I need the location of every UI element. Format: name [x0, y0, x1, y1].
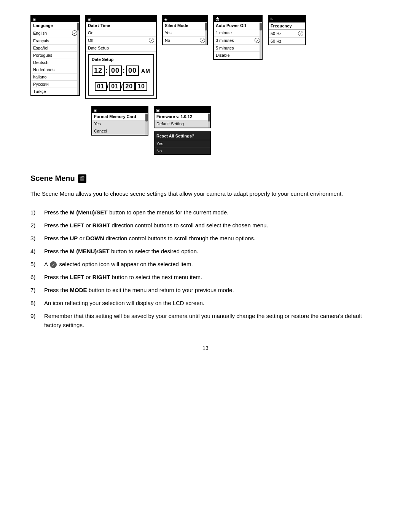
autopower-scrollbar-thumb [260, 23, 262, 30]
date-setup-panel: Date Setup 12 : 00 : 00 AM 01 / 01 / 20 … [88, 54, 154, 96]
screenshots-row-2: ▣ Format Memory Card Yes Cancel ▣ Firmwa… [91, 106, 381, 155]
scene-title: Scene Menu 🎬 [30, 174, 381, 183]
format-menu: ▣ Format Memory Card Yes Cancel [91, 106, 148, 136]
language-item-russian: Русский [31, 81, 79, 88]
scene-step-2: 2) Press the LEFT or RIGHT direction con… [30, 221, 381, 230]
date-d3: 20 [123, 82, 135, 91]
datetime-item-off: Off ✓ [86, 37, 156, 45]
frequency-title: Frequency [269, 22, 305, 30]
date-setup-title: Date Setup [92, 57, 150, 62]
scene-steps-list: 1) Press the M (Menu)/SET button to open… [30, 208, 381, 330]
silent-check-no: ✓ [200, 38, 205, 43]
language-item-deutsch: Deutsch [31, 59, 79, 66]
step-text-7: Press the MODE button to exit the menu a… [44, 286, 381, 295]
step-text-1: Press the M (Menu)/SET button to open th… [44, 208, 381, 217]
language-item-nederlands: Nederlands [31, 66, 79, 73]
step-text-8: An icon reflecting your selection will d… [44, 299, 381, 308]
checkmark-icon: ✓ [50, 261, 57, 268]
language-check-english: ✓ [72, 30, 77, 36]
reset-title: Reset All Settings? [155, 132, 210, 140]
reset-item-no: No [155, 147, 210, 154]
firmware-column: ▣ Firmware v. 1.0.12 Default Setting Res… [154, 106, 211, 155]
step-text-5: A ✓ selected option icon will appear on … [44, 260, 381, 269]
datetime-item-on: On [86, 29, 156, 37]
step-text-6: Press the LEFT or RIGHT button to select… [44, 273, 381, 282]
firmware-item-default: Default Setting [155, 120, 210, 128]
scene-title-text: Scene Menu [30, 174, 75, 183]
firmware-icon-bar: ▣ [155, 107, 210, 113]
datetime-icon: ▣ [88, 17, 91, 21]
format-item-cancel: Cancel [92, 128, 148, 135]
datetime-item-datesetup: Date Setup [86, 45, 156, 52]
date-d1: 01 [95, 82, 107, 91]
date-d4: 10 [135, 82, 147, 91]
datetime-menu: ▣ Date / Time On Off ✓ Date Setup Date S… [85, 15, 157, 99]
time-sec: 00 [126, 66, 139, 76]
date-display: 01 / 01 / 20 10 [92, 80, 150, 93]
scene-step-8: 8) An icon reflecting your selection wil… [30, 299, 381, 308]
step-num-1: 1) [30, 208, 44, 217]
datetime-title: Date / Time [86, 22, 156, 29]
silent-item-no: No ✓ [163, 37, 207, 45]
firmware-icon: ▣ [156, 108, 159, 112]
frequency-item-60hz: 60 Hz [269, 38, 305, 45]
time-display: 12 : 00 : 00 AM [92, 64, 150, 77]
autopower-icon: ⏻ [215, 17, 219, 21]
scene-step-4: 4) Press the M (MENU)/SET button to sele… [30, 247, 381, 256]
language-item-francais: Français [31, 37, 79, 45]
autopower-title: Auto Power Off [214, 22, 262, 29]
language-icon: ▣ [33, 17, 36, 21]
language-item-english: English ✓ [31, 29, 79, 37]
format-icon-bar: ▣ [92, 107, 148, 113]
step-text-2: Press the LEFT or RIGHT direction contro… [44, 221, 381, 230]
format-title: Format Memory Card [92, 113, 148, 120]
frequency-icon-bar: ㎐ [269, 16, 305, 22]
screenshots-area: ▣ Language English ✓ Français Español Po… [30, 15, 381, 155]
time-ampm: AM [141, 68, 150, 74]
step-num-8: 8) [30, 299, 44, 308]
autopower-item-5min: 5 minutes [214, 45, 262, 52]
frequency-menu: ㎐ Frequency 50 Hz ✓ 60 Hz [268, 15, 306, 45]
language-item-portugues: Português [31, 52, 79, 59]
time-min: 00 [109, 66, 122, 76]
reset-menu: Reset All Settings? Yes No [154, 131, 211, 155]
scene-step-9: 9) Remember that this setting will be sa… [30, 312, 381, 330]
time-colon-2: : [123, 67, 125, 75]
language-scrollbar [77, 22, 79, 95]
language-item-turkce: Türkçe [31, 88, 79, 95]
autopower-scrollbar [260, 22, 262, 59]
autopower-item-1min: 1 minute [214, 29, 262, 37]
language-item-espanol: Español [31, 45, 79, 52]
time-hour: 12 [92, 66, 105, 76]
scene-step-1: 1) Press the M (Menu)/SET button to open… [30, 208, 381, 217]
scene-icon: 🎬 [78, 174, 86, 183]
language-item-italiano: Italiano [31, 73, 79, 81]
language-menu: ▣ Language English ✓ Français Español Po… [30, 15, 80, 96]
autopower-item-disable: Disable [214, 52, 262, 59]
step-text-4: Press the M (MENU)/SET button to select … [44, 247, 381, 256]
frequency-check-50hz: ✓ [298, 31, 303, 36]
firmware-title: Firmware v. 1.0.12 [155, 113, 210, 120]
silent-menu: ◈ Silent Mode Yes No ✓ [162, 15, 208, 45]
firmware-scrollbar-thumb [208, 114, 210, 121]
step-num-5: 5) [30, 260, 44, 269]
time-colon-1: : [105, 67, 108, 75]
scene-step-5: 5) A ✓ selected option icon will appear … [30, 260, 381, 269]
reset-item-yes: Yes [155, 140, 210, 147]
firmware-menu: ▣ Firmware v. 1.0.12 Default Setting [154, 106, 211, 128]
step-text-9: Remember that this setting will be saved… [44, 312, 381, 330]
language-label-english: English [33, 31, 47, 35]
autopower-check-3min: ✓ [255, 38, 260, 43]
scene-step-3: 3) Press the UP or DOWN direction contro… [30, 234, 381, 243]
frequency-item-50hz: 50 Hz ✓ [269, 30, 305, 38]
step-num-4: 4) [30, 247, 44, 256]
screenshots-row-1: ▣ Language English ✓ Français Español Po… [30, 15, 381, 99]
silent-item-yes: Yes [163, 29, 207, 37]
format-scrollbar [145, 113, 148, 135]
autopower-menu: ⏻ Auto Power Off 1 minute 3 minutes ✓ 5 … [213, 15, 263, 60]
silent-title: Silent Mode [163, 22, 207, 29]
format-scrollbar-thumb [145, 114, 148, 121]
silent-icon-bar: ◈ [163, 16, 207, 22]
page-number: 13 [30, 345, 381, 351]
autopower-item-3min: 3 minutes ✓ [214, 37, 262, 45]
